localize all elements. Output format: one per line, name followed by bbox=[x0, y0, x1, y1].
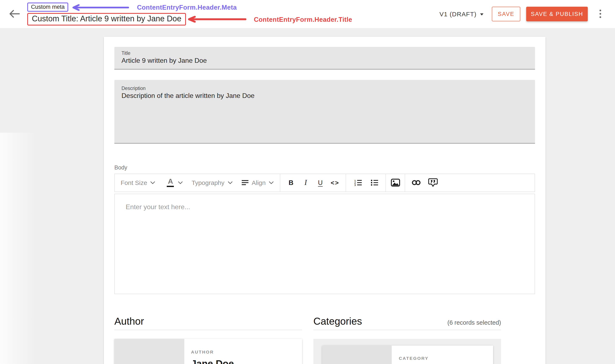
save-publish-button[interactable]: SAVE & PUBLISH bbox=[526, 6, 588, 21]
content-entry-card: Title Article 9 written by Jane Doe Desc… bbox=[104, 37, 545, 364]
typography-dropdown[interactable]: Typography bbox=[192, 179, 233, 186]
link-icon bbox=[412, 180, 421, 185]
author-card-label: AUTHOR bbox=[191, 349, 234, 354]
align-dropdown[interactable]: Align bbox=[242, 179, 274, 186]
author-section: Author AUTHOR Jane Doe bbox=[114, 315, 302, 364]
version-selector-label: V1 (DRAFT) bbox=[439, 10, 476, 17]
annotation-arrow-title bbox=[187, 16, 247, 23]
save-button[interactable]: SAVE bbox=[492, 6, 520, 21]
kebab-dot bbox=[600, 16, 601, 18]
entry-title: Custom Title: Article 9 written by Jane … bbox=[27, 13, 186, 26]
insert-image-button[interactable] bbox=[388, 179, 403, 187]
annotation-arrow-meta bbox=[71, 4, 130, 11]
description-field-label: Description bbox=[122, 86, 528, 91]
chevron-down-icon bbox=[480, 13, 483, 15]
svg-text:3: 3 bbox=[354, 184, 355, 186]
version-selector[interactable]: V1 (DRAFT) bbox=[439, 0, 483, 28]
kebab-dot bbox=[600, 13, 601, 15]
categories-panel: CATEGORY Transportation bbox=[313, 339, 501, 364]
underline-button[interactable]: U bbox=[313, 179, 328, 186]
color-swatch bbox=[167, 185, 174, 187]
app-header: Custom meta Custom Title: Article 9 writ… bbox=[0, 0, 615, 28]
align-left-icon bbox=[242, 180, 249, 185]
category-image-placeholder bbox=[322, 345, 392, 364]
chevron-down-icon bbox=[178, 181, 183, 184]
reference-sections: Author AUTHOR Jane Doe bbox=[114, 315, 535, 364]
categories-section-header: Categories (6 records selected) bbox=[313, 315, 501, 330]
chevron-down-icon bbox=[227, 181, 233, 184]
toolbar-separator bbox=[385, 174, 386, 191]
rich-text-toolbar: Font Size A Typography bbox=[114, 173, 535, 192]
title-field[interactable]: Title Article 9 written by Jane Doe bbox=[114, 47, 535, 69]
categories-section: Categories (6 records selected) CATEGORY… bbox=[313, 315, 501, 364]
bold-button[interactable]: B bbox=[284, 179, 298, 186]
code-button[interactable]: <> bbox=[328, 179, 342, 186]
blockquote-button[interactable] bbox=[426, 178, 440, 187]
chevron-down-icon bbox=[268, 181, 274, 184]
back-button[interactable] bbox=[8, 9, 20, 19]
app-root: Custom meta Custom Title: Article 9 writ… bbox=[0, 0, 615, 364]
category-card[interactable]: CATEGORY Transportation bbox=[322, 345, 493, 364]
kebab-dot bbox=[600, 10, 601, 12]
font-size-dropdown[interactable]: Font Size bbox=[121, 179, 156, 186]
quote-icon bbox=[428, 178, 438, 187]
records-selected-badge: (6 records selected) bbox=[447, 319, 501, 327]
description-field-value: Description of the article written by Ja… bbox=[122, 92, 528, 100]
image-icon bbox=[391, 179, 400, 187]
author-card[interactable]: AUTHOR Jane Doe bbox=[114, 339, 302, 364]
insert-link-button[interactable] bbox=[409, 180, 423, 185]
author-image-placeholder bbox=[114, 339, 184, 364]
more-options-button[interactable] bbox=[597, 0, 604, 28]
content-area: Title Article 9 written by Jane Doe Desc… bbox=[0, 28, 615, 364]
author-heading: Author bbox=[114, 315, 144, 327]
entry-meta-badge: Custom meta bbox=[27, 2, 69, 12]
body-field-label: Body bbox=[114, 164, 535, 170]
annotation-label-title: ContentEntryForm.Header.Title bbox=[254, 16, 352, 23]
ordered-list-button[interactable]: 1 2 3 bbox=[351, 179, 365, 186]
title-field-label: Title bbox=[122, 51, 528, 56]
font-color-icon: A bbox=[167, 178, 174, 187]
entry-title-text: Custom Title: Article 9 written by Jane … bbox=[32, 14, 182, 23]
description-field[interactable]: Description Description of the article w… bbox=[114, 80, 535, 143]
chevron-down-icon bbox=[150, 181, 156, 184]
category-card-label: CATEGORY bbox=[399, 355, 466, 361]
toolbar-separator bbox=[405, 174, 405, 191]
arrow-left-icon bbox=[8, 9, 20, 19]
ordered-list-icon: 1 2 3 bbox=[354, 179, 362, 186]
toolbar-separator bbox=[346, 174, 346, 191]
editor-placeholder: Enter your text here... bbox=[126, 203, 524, 211]
left-edge-glow bbox=[0, 132, 36, 364]
title-field-value: Article 9 written by Jane Doe bbox=[122, 57, 528, 65]
italic-button[interactable]: I bbox=[298, 178, 313, 187]
unordered-list-button[interactable] bbox=[367, 179, 382, 186]
unordered-list-icon bbox=[371, 179, 378, 186]
author-card-name: Jane Doe bbox=[191, 358, 234, 364]
categories-heading: Categories bbox=[313, 315, 362, 327]
annotation-label-meta: ContentEntryForm.Header.Meta bbox=[137, 4, 237, 11]
font-color-dropdown[interactable]: A bbox=[167, 178, 183, 187]
toolbar-separator bbox=[280, 174, 280, 191]
rich-text-editor[interactable]: Enter your text here... bbox=[114, 194, 535, 294]
author-section-header: Author bbox=[114, 315, 302, 330]
entry-meta-text: Custom meta bbox=[31, 4, 65, 10]
